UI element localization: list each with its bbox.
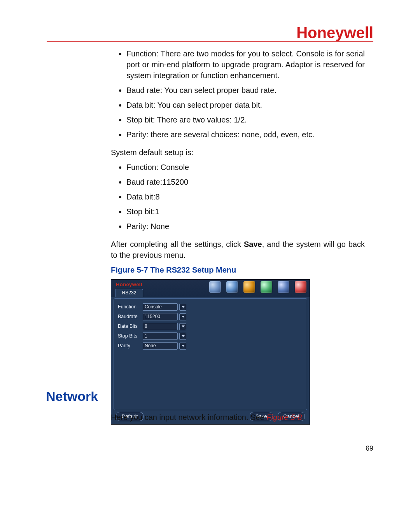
page: Honeywell Function: There are two modes … (0, 0, 420, 509)
function-select[interactable]: Console (143, 303, 178, 311)
chevron-down-icon[interactable] (179, 304, 186, 311)
text: . (302, 413, 304, 422)
list-item: Stop bit: There are two values: 1/2. (126, 114, 365, 125)
list-item: Parity: there are several choices: none,… (126, 129, 365, 140)
search-icon[interactable] (209, 281, 221, 293)
chevron-down-icon[interactable] (179, 333, 186, 340)
defaults-list: Function: Console Baud rate:115200 Data … (111, 162, 365, 232)
chevron-down-icon[interactable] (179, 313, 186, 320)
row-function: Function Console (118, 303, 303, 311)
defaults-intro: System default setup is: (111, 147, 365, 158)
row-baudrate: Baudrate 115200 (118, 313, 303, 320)
baudrate-select[interactable]: 115200 (143, 313, 178, 320)
rs232-tab[interactable]: RS232 (115, 289, 143, 297)
feature-list: Function: There are two modes for you to… (111, 48, 365, 140)
save-word: Save (244, 240, 262, 248)
network-icon[interactable] (278, 281, 289, 293)
row-databits: Data Bits 8 (118, 323, 303, 330)
list-item: Function: Console (126, 162, 365, 173)
databits-label: Data Bits (118, 323, 143, 330)
disc-icon[interactable] (226, 281, 238, 293)
dvr-brand-logo: Honeywell (116, 281, 142, 288)
text: Here you can input network information. … (111, 413, 266, 422)
list-item: Data bit: You can select proper data bit… (126, 100, 365, 110)
tools-icon[interactable] (243, 281, 255, 293)
list-item: Baud rate:115200 (126, 177, 365, 187)
after-settings-note: After completing all the settings, click… (111, 239, 365, 261)
dvr-toolbar-icons (209, 281, 306, 293)
function-label: Function (118, 304, 143, 311)
dvr-topbar: Honeywell RS232 (111, 280, 310, 297)
header-rule (47, 41, 373, 42)
row-stopbits: Stop Bits 1 (118, 332, 303, 340)
list-item: Data bit:8 (126, 191, 365, 202)
chevron-down-icon[interactable] (179, 343, 186, 350)
figure-caption: Figure 5-7 The RS232 Setup Menu (111, 264, 365, 275)
list-item: Function: There are two modes for you to… (126, 48, 365, 81)
baudrate-label: Baudrate (118, 313, 143, 320)
databits-select[interactable]: 8 (143, 323, 178, 330)
page-number: 69 (366, 444, 373, 453)
main-content: Function: There are two modes for you to… (111, 48, 365, 425)
rs232-setup-screenshot: Honeywell RS232 Function Console (111, 279, 310, 425)
list-item: Stop bit:1 (126, 206, 365, 217)
dvr-body: Function Console Baudrate 115200 Data Bi… (114, 298, 307, 410)
parity-select[interactable]: None (143, 342, 178, 350)
row-parity: Parity None (118, 342, 303, 350)
list-item: Baud rate: You can select proper baud ra… (126, 85, 365, 96)
list-item: Parity: None (126, 221, 365, 232)
text: After completing all the settings, click (111, 240, 244, 248)
figure-reference: Figure 5-8 (266, 413, 302, 422)
network-heading: Network (46, 389, 98, 404)
parity-label: Parity (118, 343, 143, 350)
brand-logo: Honeywell (296, 24, 373, 42)
chevron-down-icon[interactable] (179, 323, 186, 330)
stopbits-select[interactable]: 1 (143, 332, 178, 340)
power-icon[interactable] (295, 281, 306, 293)
list-icon[interactable] (261, 281, 272, 293)
network-body: Here you can input network information. … (111, 413, 365, 422)
stopbits-label: Stop Bits (118, 333, 143, 340)
